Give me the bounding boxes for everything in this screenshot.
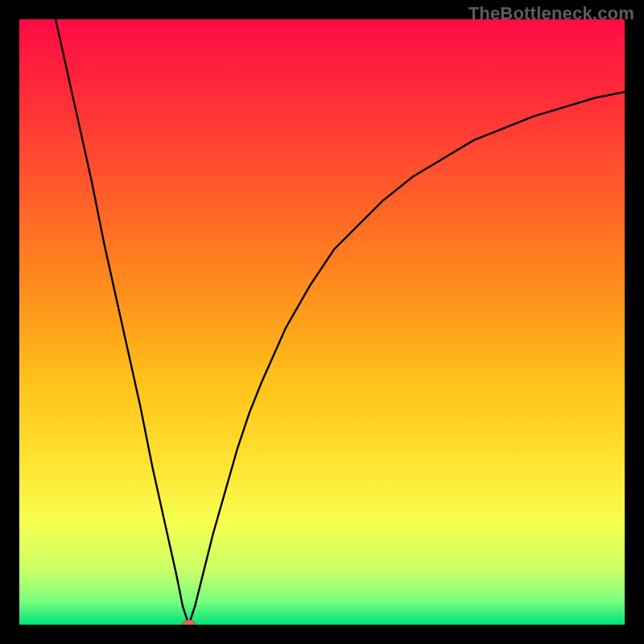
watermark-text: TheBottleneck.com (469, 3, 634, 24)
gradient-background (19, 19, 625, 625)
bottleneck-chart (19, 19, 625, 625)
chart-frame (19, 19, 625, 625)
